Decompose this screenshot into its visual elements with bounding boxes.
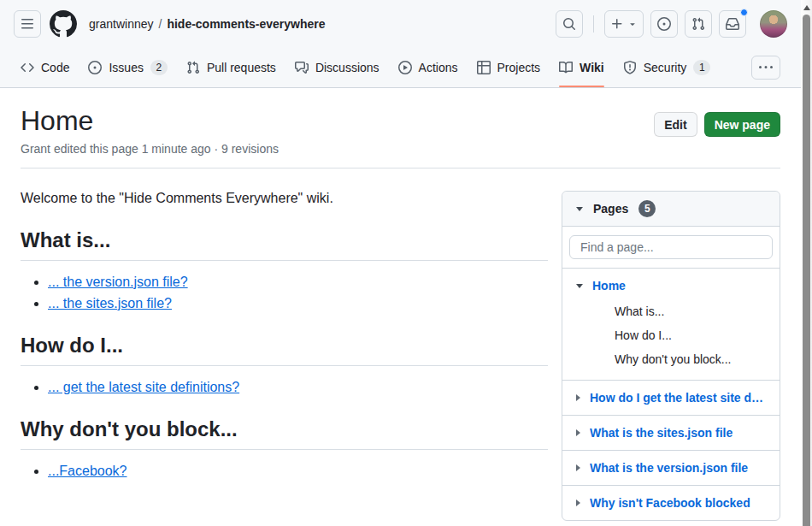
tab-projects[interactable]: Projects — [477, 48, 541, 87]
pages-header[interactable]: Pages 5 — [562, 192, 780, 227]
edit-button[interactable]: Edit — [654, 112, 697, 137]
breadcrumb: grantwinney / hide-comments-everywhere — [89, 17, 326, 31]
page-header-divider — [21, 168, 780, 168]
section-heading-how-do-i: How do I... — [21, 334, 548, 366]
wiki-link-facebook[interactable]: ...Facebook? — [48, 464, 127, 478]
wiki-link-site-definitions[interactable]: ... get the latest site definitions? — [48, 380, 239, 394]
pages-tree: Home What is... How do I... Why don't yo… — [562, 269, 780, 520]
tree-child-why-dont-you-block[interactable]: Why don't you block... — [615, 347, 766, 371]
tab-issues[interactable]: Issues 2 — [88, 48, 167, 87]
page-meta: Grant edited this page 1 minute ago · 9 … — [21, 142, 279, 156]
tab-wiki[interactable]: Wiki — [559, 48, 604, 87]
section-links-what-is: ... the version.json file? ... the sites… — [21, 275, 548, 311]
caret-down-icon — [576, 207, 583, 211]
plus-icon — [610, 17, 624, 31]
wiki-icon — [559, 61, 573, 74]
list-item: ... the version.json file? — [48, 275, 548, 290]
issue-opened-icon — [657, 17, 671, 31]
tab-code-label: Code — [41, 61, 69, 74]
pages-count-badge: 5 — [638, 200, 656, 217]
tree-item-how-do-i-get[interactable]: How do I get the latest site def... — [562, 380, 780, 415]
app-header: grantwinney / hide-comments-everywhere — [0, 0, 801, 48]
search-icon — [562, 17, 576, 31]
section-heading-what-is: What is... — [21, 228, 548, 261]
hamburger-icon — [21, 17, 34, 31]
page-title: Home — [21, 105, 279, 137]
section-links-why-dont-you-block: ...Facebook? — [21, 464, 548, 479]
page-actions: Edit New page — [654, 112, 780, 137]
issues-button[interactable] — [650, 10, 678, 38]
more-tabs-button[interactable] — [751, 56, 780, 80]
issue-opened-icon — [88, 61, 102, 74]
find-page-input[interactable] — [569, 235, 773, 259]
caret-right-icon — [576, 464, 580, 471]
scroll-up-arrow-icon[interactable] — [803, 5, 810, 10]
tab-pull-requests-label: Pull requests — [207, 61, 276, 74]
github-logo-icon[interactable] — [50, 10, 77, 38]
tab-actions[interactable]: Actions — [398, 48, 458, 87]
tab-discussions[interactable]: Discussions — [295, 48, 380, 87]
tab-security[interactable]: Security 1 — [623, 48, 711, 87]
wiki-page-header: Home Grant edited this page 1 minute ago… — [21, 105, 780, 156]
pages-title: Pages — [593, 202, 628, 216]
pages-search — [562, 227, 780, 269]
tree-child-what-is[interactable]: What is... — [615, 299, 766, 323]
tree-item-version-json[interactable]: What is the version.json file — [562, 450, 780, 485]
actions-icon — [398, 61, 412, 74]
security-count-badge: 1 — [693, 60, 710, 75]
tab-wiki-label: Wiki — [580, 61, 604, 74]
caret-right-icon — [576, 429, 580, 436]
hamburger-button[interactable] — [14, 10, 41, 38]
list-item: ...Facebook? — [48, 464, 548, 479]
tree-link-facebook-blocked[interactable]: Why isn't Facebook blocked — [590, 496, 750, 510]
security-icon — [623, 61, 637, 74]
tree-child-how-do-i[interactable]: How do I... — [615, 323, 766, 347]
issues-count-badge: 2 — [150, 60, 168, 75]
tree-link-how-do-i-get[interactable]: How do I get the latest site def... — [590, 391, 766, 405]
section-links-how-do-i: ... get the latest site definitions? — [21, 380, 548, 395]
projects-icon — [477, 61, 491, 74]
code-icon — [21, 61, 34, 74]
inbox-button[interactable] — [719, 10, 746, 38]
tree-item-home[interactable]: Home — [562, 269, 780, 298]
tree-link-version-json[interactable]: What is the version.json file — [590, 461, 748, 475]
breadcrumb-owner[interactable]: grantwinney — [89, 17, 154, 31]
tab-discussions-label: Discussions — [315, 61, 380, 74]
new-page-button[interactable]: New page — [704, 112, 780, 137]
tree-link-sites-json[interactable]: What is the sites.json file — [590, 426, 733, 440]
tab-code[interactable]: Code — [21, 48, 69, 87]
search-button[interactable] — [556, 10, 583, 38]
caret-right-icon — [576, 499, 580, 506]
tab-security-label: Security — [644, 61, 687, 74]
pull-requests-button[interactable] — [685, 10, 712, 38]
tree-item-facebook-blocked[interactable]: Why isn't Facebook blocked — [562, 485, 780, 520]
tab-projects-label: Projects — [497, 61, 541, 74]
github-wiki-page: grantwinney / hide-comments-everywhere C… — [0, 0, 812, 526]
page-scrollbar[interactable] — [801, 0, 812, 526]
create-new-button[interactable] — [604, 10, 644, 38]
wiki-content: Welcome to the "Hide Comments Everywhere… — [21, 191, 548, 521]
avatar[interactable] — [760, 10, 787, 38]
caret-down-icon — [576, 284, 583, 288]
scrollbar-thumb[interactable] — [803, 15, 810, 526]
wiki-link-version-json[interactable]: ... the version.json file? — [48, 275, 188, 289]
list-item: ... get the latest site definitions? — [48, 380, 548, 395]
unread-dot — [740, 9, 748, 16]
tree-item-sites-json[interactable]: What is the sites.json file — [562, 415, 780, 450]
section-heading-why-dont-you-block: Why don't you block... — [21, 417, 548, 450]
tab-pull-requests[interactable]: Pull requests — [186, 48, 276, 87]
pull-request-icon — [186, 61, 200, 74]
discussions-icon — [295, 61, 309, 74]
breadcrumb-repo[interactable]: hide-comments-everywhere — [167, 17, 325, 31]
inbox-icon — [726, 17, 739, 31]
tree-link-home[interactable]: Home — [592, 279, 626, 293]
tree-home-children: What is... How do I... Why don't you blo… — [562, 298, 780, 380]
breadcrumb-separator: / — [159, 17, 162, 31]
wiki-link-sites-json[interactable]: ... the sites.json file? — [48, 296, 172, 310]
intro-text: Welcome to the "Hide Comments Everywhere… — [21, 191, 548, 206]
repo-tab-nav: Code Issues 2 Pull requests Discussions … — [0, 48, 801, 88]
caret-right-icon — [576, 394, 580, 401]
pages-sidebar: Pages 5 Home What is... How do I... Why … — [562, 191, 780, 521]
header-divider — [593, 15, 594, 33]
tab-issues-label: Issues — [109, 61, 143, 74]
